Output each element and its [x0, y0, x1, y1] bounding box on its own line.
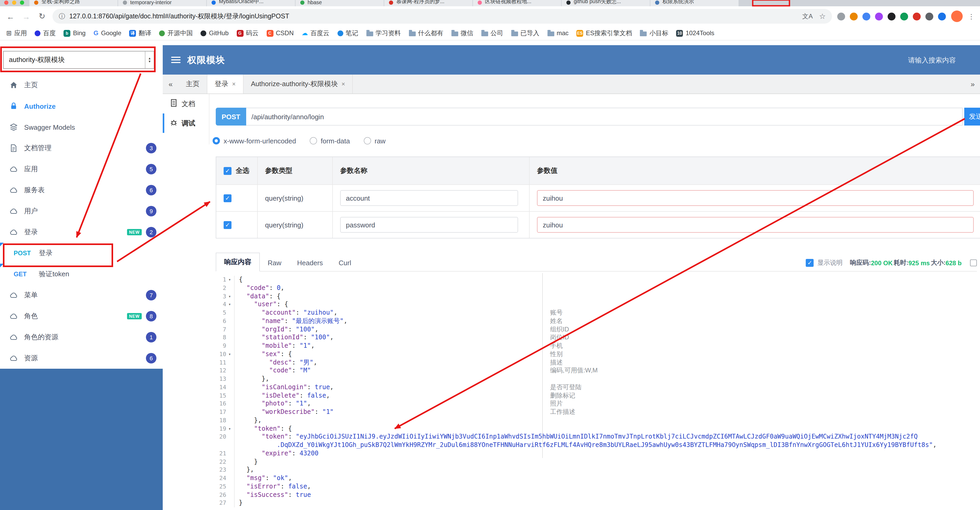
close-tab-icon[interactable]: × [342, 80, 345, 88]
window-controls[interactable] [4, 0, 24, 5]
bookmark-star-icon[interactable]: ☆ [819, 12, 826, 21]
sidebar-item-op-login[interactable]: POST登录 [0, 243, 163, 264]
select-spinner-icon[interactable]: ▲▼ [145, 51, 154, 68]
extension-icon[interactable] [938, 12, 946, 20]
bookmark-item[interactable]: 百度 [35, 29, 56, 38]
bookmark-item[interactable]: 笔记 [337, 29, 358, 38]
sidebar-item-application[interactable]: 应用5 [0, 159, 163, 180]
bookmark-item[interactable]: ESES搜索引擎文档 [576, 29, 632, 38]
bookmark-item[interactable]: 公司 [481, 29, 503, 38]
browser-menu-icon[interactable]: ⋮ [968, 12, 975, 20]
send-button[interactable]: 发送 [964, 108, 980, 126]
param-name-input[interactable]: account [340, 190, 518, 206]
reload-icon[interactable]: ↻ [37, 11, 47, 21]
content-type-radio[interactable]: x-www-form-urlencoded [213, 137, 296, 145]
code-fold-icon[interactable]: ▾ [227, 292, 232, 301]
sidebar-item-role[interactable]: 角色NEW8 [0, 306, 163, 327]
sidebar-item-menu[interactable]: 菜单7 [0, 285, 163, 306]
close-window-icon[interactable] [4, 0, 8, 5]
zoom-window-icon[interactable] [20, 0, 24, 5]
extension-icon[interactable] [888, 12, 896, 20]
translate-icon[interactable]: 文A [802, 12, 813, 21]
content-type-radio[interactable]: raw [363, 137, 385, 145]
extension-icon[interactable] [913, 12, 921, 20]
sidebar-item-doc-manage[interactable]: 文档管理3 [0, 138, 163, 159]
bookmark-item[interactable]: 译翻译 [129, 29, 151, 38]
minimize-window-icon[interactable] [12, 0, 16, 5]
menu-toggle-icon[interactable] [171, 56, 181, 63]
content-tab[interactable]: 登录× [207, 75, 243, 94]
bookmark-item[interactable]: bBing [64, 29, 86, 37]
bookmark-item[interactable]: GGoogle [94, 29, 121, 37]
extension-icon[interactable] [875, 12, 883, 20]
bookmark-item[interactable]: ☁百度云 [302, 29, 329, 38]
url-bar[interactable]: ⓘ 127.0.0.1:8760/api/gate/doc.html#/auth… [52, 9, 832, 24]
select-all-checkbox[interactable]: ✓ [224, 167, 231, 175]
code-fold-icon[interactable]: ▾ [227, 425, 232, 433]
param-value-input[interactable]: zuihou [537, 190, 974, 206]
sidebar-item-user[interactable]: 用户9 [0, 201, 163, 222]
param-name-input[interactable]: password [340, 217, 518, 233]
code-fold-icon[interactable]: ▾ [227, 301, 232, 309]
bookmark-item[interactable]: 101024Tools [676, 29, 714, 37]
param-value-input[interactable]: zuihou [537, 217, 974, 233]
response-tab-Raw[interactable]: Raw [260, 255, 289, 271]
code-fold-icon[interactable]: ▾ [227, 276, 232, 284]
browser-tab[interactable]: 全栈-架构师之路 [29, 0, 118, 6]
browser-tab[interactable]: Mybatis/Oracle中... [207, 0, 295, 6]
project-select[interactable]: authority-权限模块 ▲▼ [3, 51, 154, 69]
content-tab[interactable]: 主页 [178, 75, 207, 94]
bookmark-item[interactable]: 什么都有 [409, 29, 443, 38]
sidebar-item-role-resource[interactable]: 角色的资源1 [0, 327, 163, 348]
tabs-expand-icon[interactable]: » [965, 75, 980, 94]
extension-icon[interactable] [862, 12, 870, 20]
bookmark-item[interactable]: 微信 [451, 29, 473, 38]
back-icon[interactable]: ← [5, 12, 16, 21]
show-description-toggle[interactable]: ✓ 显示说明 [806, 258, 843, 267]
content-type-radio[interactable]: form-data [310, 137, 350, 145]
response-tab-Headers[interactable]: Headers [289, 255, 331, 271]
bookmark-item[interactable]: 小目标 [640, 29, 668, 38]
doc-nav-文档[interactable]: 文档 [163, 94, 209, 113]
code-fold-icon[interactable]: ▾ [227, 350, 232, 359]
response-tab-响应内容[interactable]: 响应内容 [216, 253, 260, 271]
sidebar-item-swagger-models[interactable]: Swagger Models [0, 116, 163, 138]
param-checkbox[interactable]: ✓ [224, 221, 231, 229]
tabs-collapse-icon[interactable]: « [163, 75, 178, 94]
fullscreen-icon[interactable] [970, 260, 977, 266]
extension-icon[interactable] [837, 12, 845, 20]
doc-nav-调试[interactable]: 调试 [163, 113, 209, 133]
param-checkbox[interactable]: ✓ [224, 194, 231, 202]
sidebar-item-home[interactable]: 主页 [0, 75, 163, 96]
show-description-checkbox[interactable]: ✓ [806, 259, 814, 267]
sidebar-item-login[interactable]: 登录NEW2 [0, 222, 163, 243]
browser-tab[interactable]: github push失败怎... [562, 0, 650, 6]
bookmark-item[interactable]: mac [547, 29, 568, 37]
browser-tab[interactable]: 慕课网-程序员的梦... [384, 0, 473, 6]
bookmark-item[interactable]: GitHub [200, 29, 229, 37]
extension-icon[interactable] [900, 12, 908, 20]
extension-icon[interactable] [926, 12, 933, 20]
browser-tab[interactable]: hbase [296, 0, 384, 6]
sidebar-item-authorize[interactable]: Authorize [0, 96, 163, 116]
extension-icon[interactable] [850, 12, 858, 20]
browser-tab[interactable]: 权限系统演示 [651, 0, 738, 6]
sidebar-item-resource[interactable]: 资源6 [0, 348, 163, 369]
content-tab[interactable]: Authorize-authority-权限模块× [243, 75, 353, 94]
profile-avatar[interactable] [951, 11, 963, 22]
bookmark-item[interactable]: 开源中国 [159, 29, 192, 38]
close-tab-icon[interactable]: × [232, 80, 236, 88]
browser-tab[interactable]: 区块链视频教程地... [473, 0, 561, 6]
search-input[interactable] [878, 56, 957, 64]
forward-icon[interactable]: → [21, 12, 32, 21]
response-tab-Curl[interactable]: Curl [331, 255, 359, 271]
browser-tab[interactable]: temporary-interior [118, 0, 206, 6]
sidebar-item-service[interactable]: 服务表6 [0, 180, 163, 201]
request-path-input[interactable]: /api/authority/anno/login [246, 108, 963, 126]
bookmark-item[interactable]: G码云 [237, 29, 259, 38]
bookmark-item[interactable]: CCSDN [266, 29, 294, 37]
bookmark-item[interactable]: ⊞应用 [6, 29, 27, 38]
bookmark-item[interactable]: 已导入 [511, 29, 539, 38]
page-info-icon[interactable]: ⓘ [59, 12, 65, 21]
sidebar-item-op-verify-token[interactable]: GET验证token [0, 264, 163, 285]
